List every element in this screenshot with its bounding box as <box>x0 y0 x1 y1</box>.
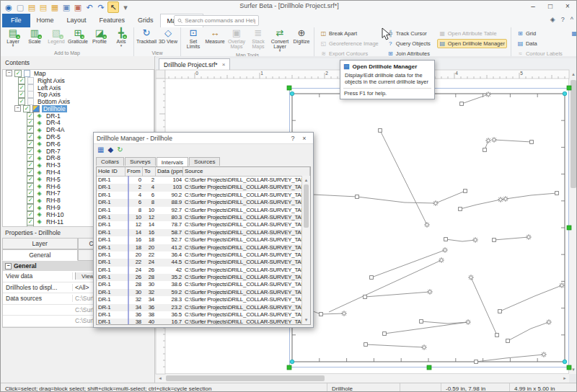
profile-button[interactable]: ◪+Profile <box>89 28 110 44</box>
visibility-checkbox[interactable]: ✓ <box>27 197 34 204</box>
table-scroll-down-icon[interactable]: ▾ <box>302 316 310 324</box>
visibility-checkbox[interactable]: ✓ <box>27 218 34 226</box>
horizontal-scrollbar[interactable]: ◂ ▸ <box>156 373 569 383</box>
undo-icon[interactable]: ↶ <box>84 2 94 12</box>
search-box[interactable]: Search commands and Help... <box>174 15 259 26</box>
dialog-close-button[interactable]: × <box>299 135 310 142</box>
help-icon[interactable]: ? <box>561 16 565 23</box>
dialog-help-button[interactable]: ? <box>287 135 299 142</box>
visibility-checkbox[interactable]: ✓ <box>18 77 25 84</box>
ribbon-tab-features[interactable]: Features <box>93 14 132 27</box>
visibility-checkbox[interactable]: ✓ <box>14 70 22 77</box>
scroll-up-icon[interactable]: ▴ <box>569 70 577 79</box>
visibility-checkbox[interactable]: ✓ <box>27 183 34 190</box>
visibility-checkbox[interactable]: ✓ <box>18 98 25 105</box>
tree-item-dr-1[interactable]: ✓◈DR-1 <box>3 112 154 120</box>
reload-icon[interactable]: ↻ <box>117 146 123 154</box>
ribbon-tab-file[interactable]: File <box>2 14 30 27</box>
tree-item-bottom-axis[interactable]: ✓Bottom Axis <box>3 98 154 105</box>
minimize-button[interactable]: – <box>524 1 542 12</box>
properties-tab-layer[interactable]: Layer <box>2 238 78 249</box>
open-drillhole-manager-button[interactable]: ▤Open Drillhole Manager <box>437 39 507 48</box>
graticule-button[interactable]: ⊞+Graticule <box>67 28 89 44</box>
visibility-checkbox[interactable]: ✓ <box>27 148 34 155</box>
filter-icon[interactable]: ◆ <box>107 146 113 154</box>
dialog-title-bar[interactable]: Drillhole Manager - Drillhole ? × <box>94 133 313 144</box>
trackball-button[interactable]: ↻Trackball <box>136 28 157 44</box>
scroll-right-icon[interactable]: ▸ <box>560 374 569 383</box>
surfer-logo-icon[interactable]: ◉ <box>4 2 14 12</box>
intervals-table[interactable]: Hole IDFromToData (ppm)Source DR-102104C… <box>96 166 311 325</box>
visibility-checkbox[interactable]: ✓ <box>27 204 34 211</box>
ribbon-tab-layout[interactable]: Layout <box>61 14 93 27</box>
visibility-checkbox[interactable]: ✓ <box>18 84 25 92</box>
tree-expander-icon[interactable]: − <box>6 70 12 76</box>
measure-button[interactable]: ↔Measure <box>204 28 226 44</box>
qat-more-icon[interactable]: ▾ <box>120 2 131 12</box>
tree-item-dr-4[interactable]: ✓◈DR-4 <box>3 120 154 127</box>
tree-item-left-axis[interactable]: ✓Left Axis <box>3 84 154 92</box>
open-file-icon[interactable]: ▤ <box>27 2 37 12</box>
visibility-checkbox[interactable]: ✓ <box>27 169 34 176</box>
layer-button[interactable]: ▤+Layer▾ <box>2 28 24 47</box>
vertical-scrollbar[interactable]: ▴ ▾ <box>568 70 577 374</box>
set-limits-button[interactable]: ⊡Set Limits <box>182 28 204 49</box>
import-icon[interactable]: ▦ <box>50 2 60 12</box>
dialog-tab-collars[interactable]: Collars <box>96 157 124 166</box>
dialog-table-scrollbar[interactable]: ▴ ▾ <box>301 176 310 324</box>
tree-expander-icon[interactable]: − <box>14 105 21 112</box>
save-icon[interactable]: ▣ <box>61 2 71 12</box>
data-button[interactable]: ▤Data <box>515 39 565 48</box>
dialog-tab-intervals[interactable]: Intervals <box>157 157 188 166</box>
maximize-button[interactable]: □ <box>542 1 559 12</box>
visibility-checkbox[interactable]: ✓ <box>27 161 34 169</box>
tree-item-top-axis[interactable]: ✓Top Axis <box>3 91 154 98</box>
tree-item-drillhole[interactable]: −✓Drillhole <box>3 105 154 112</box>
dialog-tab-surveys[interactable]: Surveys <box>125 157 156 166</box>
column-header-source[interactable]: Source <box>183 167 310 176</box>
scroll-left-icon[interactable]: ◂ <box>156 374 164 383</box>
visibility-checkbox[interactable]: ✓ <box>27 141 34 148</box>
column-header-hole-id[interactable]: Hole ID <box>97 167 125 176</box>
redo-icon[interactable]: ↷ <box>96 2 106 12</box>
visibility-checkbox[interactable]: ✓ <box>27 112 34 120</box>
report-icon[interactable]: ▦ <box>97 146 104 154</box>
properties-tab-general[interactable]: General <box>2 249 78 261</box>
document-tab[interactable]: Drillhole Project.srf* × <box>159 58 230 70</box>
drillhole-manager-dialog[interactable]: Drillhole Manager - Drillhole ? × ▦◆↻ Co… <box>93 132 314 328</box>
document-tab-close-icon[interactable]: × <box>222 61 226 68</box>
tree-item-map[interactable]: −✓Map <box>3 70 154 77</box>
scroll-down-icon[interactable]: ▾ <box>569 365 577 374</box>
ribbon-tab-home[interactable]: Home <box>30 14 61 27</box>
visibility-checkbox[interactable]: ✓ <box>27 211 34 218</box>
visibility-checkbox[interactable]: ✓ <box>27 119 34 126</box>
column-header-from[interactable]: From <box>125 167 143 176</box>
track-cursor-button[interactable]: ╬Track Cursor <box>385 29 433 38</box>
ribbon-tab-grids[interactable]: Grids <box>131 14 160 27</box>
visibility-checkbox[interactable]: ✓ <box>27 154 34 161</box>
column-header-to[interactable]: To <box>143 167 156 176</box>
grid-button[interactable]: ⊞Grid <box>515 29 565 38</box>
visibility-checkbox[interactable]: ✓ <box>27 190 34 197</box>
column-header-data-ppm-[interactable]: Data (ppm) <box>156 167 183 176</box>
select-tool-icon[interactable]: ↖ <box>107 1 119 13</box>
dialog-tab-sources[interactable]: Sources <box>189 157 220 166</box>
new-file-icon[interactable]: ▢ <box>15 2 25 12</box>
convert-layer-button[interactable]: ⇄Convert Layer▾ <box>269 28 291 52</box>
close-button[interactable]: × <box>559 1 576 12</box>
visibility-checkbox[interactable]: ✓ <box>23 105 30 112</box>
export-icon[interactable]: ▣ <box>73 2 83 12</box>
3d-view-button[interactable]: ◇3D View <box>157 28 179 44</box>
axis-button[interactable]: ╋+Axis▾ <box>110 28 132 47</box>
layer-labels-button[interactable]: ▦Layer Labels <box>569 29 577 38</box>
visibility-checkbox[interactable]: ✓ <box>27 126 34 133</box>
digitize-button[interactable]: ⊕Digitize <box>291 28 312 44</box>
break-apart-button[interactable]: ◫Break Apart <box>318 29 381 38</box>
visibility-checkbox[interactable]: ✓ <box>27 133 34 141</box>
visibility-checkbox[interactable]: ✓ <box>27 176 34 183</box>
visibility-checkbox[interactable]: ✓ <box>18 91 25 98</box>
tree-item-right-axis[interactable]: ✓Right Axis <box>3 77 154 84</box>
open-folder-icon[interactable]: ▤ <box>38 2 48 12</box>
collapse-section-icon[interactable]: − <box>5 263 12 270</box>
query-objects-button[interactable]: ?Query Objects <box>385 39 433 48</box>
